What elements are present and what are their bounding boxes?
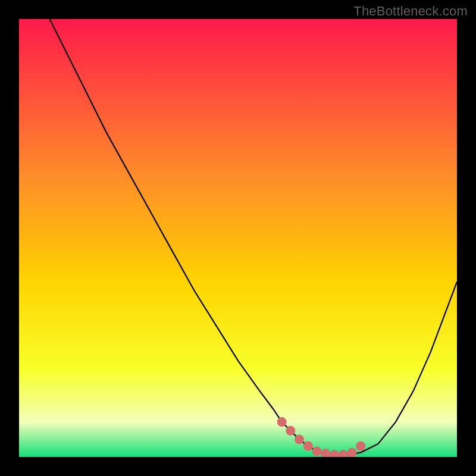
plot-area xyxy=(19,19,457,457)
outer-frame: TheBottleneck.com xyxy=(0,0,476,476)
watermark-text: TheBottleneck.com xyxy=(353,4,468,19)
marker-dot xyxy=(303,441,313,451)
chart-svg xyxy=(19,19,457,457)
marker-dot xyxy=(286,426,295,436)
marker-dot xyxy=(277,417,287,427)
gradient-background xyxy=(19,19,457,457)
marker-dot xyxy=(295,435,304,444)
marker-dot xyxy=(312,446,322,456)
marker-dot xyxy=(356,441,365,451)
marker-dot xyxy=(347,448,356,457)
